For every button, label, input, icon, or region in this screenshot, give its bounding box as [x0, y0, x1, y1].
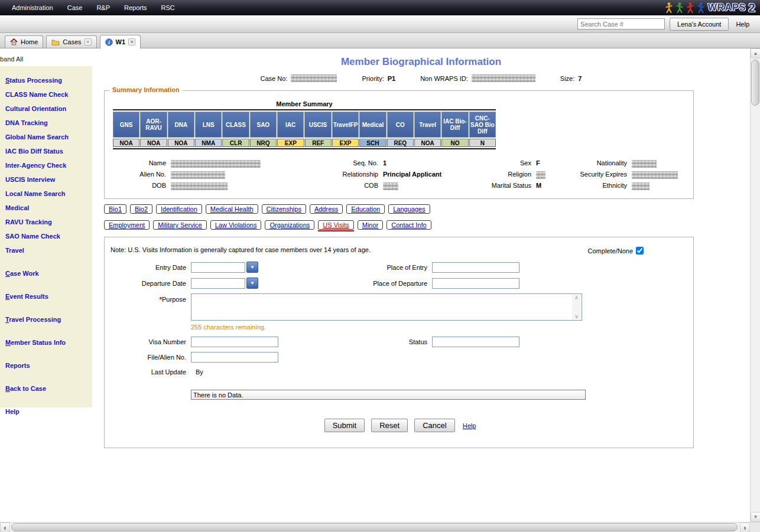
departure-date-calendar-button[interactable]: ▼ [246, 278, 258, 289]
scroll-up-icon[interactable]: ∧ [574, 295, 579, 301]
submit-button[interactable]: Submit [324, 419, 365, 432]
tab-languages[interactable]: Languages [388, 204, 430, 214]
menu-reports[interactable]: Reports [124, 4, 147, 11]
tab-organizations[interactable]: Organizations [265, 220, 314, 230]
sidebar-item-inter-agency-check[interactable]: Inter-Agency Check [5, 158, 90, 172]
sidebar-item-class-name-check[interactable]: CLASS Name Check [5, 87, 90, 102]
sidebar-item-medical[interactable]: Medical [5, 201, 90, 215]
vertical-scrollbar[interactable]: ▲ ▼ [750, 48, 760, 522]
complete-none-checkbox[interactable] [636, 247, 644, 254]
wraps-brand-text: WRAPS [708, 2, 746, 13]
summary-header-aor-ravu: AOR-RAVU [140, 112, 167, 138]
entry-date-label: Entry Date [105, 264, 186, 271]
sidebar-item-uscis-interview[interactable]: USCIS Interview [5, 172, 90, 187]
sidebar-item-case-work[interactable]: Case Work [5, 266, 90, 280]
summary-header-medical: Medical [359, 112, 386, 138]
sidebar-item-travel-processing[interactable]: Travel Processing [5, 312, 90, 327]
reset-button[interactable]: Reset [371, 419, 408, 432]
sidebar-item-sao-name-check[interactable]: SAO Name Check [5, 229, 90, 243]
tab-minor[interactable]: Minor [358, 220, 384, 230]
scrollbar-down-icon[interactable]: ▼ [751, 512, 760, 522]
form-help-link[interactable]: Help [463, 422, 476, 429]
sidebar-item-local-name-search[interactable]: Local Name Search [5, 187, 90, 201]
sidebar-item-event-results[interactable]: Event Results [5, 289, 90, 303]
file-alien-row: File/Alien No. [105, 352, 693, 363]
status-dna: NOA [168, 139, 194, 147]
vertical-scrollbar-thumb[interactable] [751, 60, 759, 106]
summary-header-iac: IAC [277, 112, 304, 138]
purpose-textarea[interactable] [191, 293, 582, 321]
menu-rp[interactable]: R&P [96, 4, 110, 11]
status-input[interactable] [432, 337, 519, 347]
home-icon [10, 38, 18, 45]
tab-contact-info[interactable]: Contact Info [387, 220, 431, 230]
tab-us-visits[interactable]: US Visits [318, 220, 353, 230]
place-of-departure-input[interactable] [432, 278, 519, 289]
status-sao: NRQ [250, 139, 277, 147]
tab-law-violations[interactable]: Law Violations [210, 220, 262, 230]
tab-cases[interactable]: Cases × [46, 35, 96, 48]
tab-citizenships[interactable]: Citizenships [262, 204, 306, 214]
sidebar-item-status-processing[interactable]: Status Processing [5, 73, 90, 87]
place-of-entry-input[interactable] [432, 262, 519, 273]
summary-header-cnc-sao-bio-diff: CNC-SAO Bio Diff [469, 112, 496, 138]
horizontal-scrollbar-thumb[interactable] [11, 523, 738, 531]
menu-rsc[interactable]: RSC [161, 4, 175, 11]
complete-none-label: Complete/None [588, 247, 633, 254]
scroll-down-icon[interactable]: ∨ [574, 314, 579, 319]
sidebar-item-cultural-orientation[interactable]: Cultural Orientation [5, 102, 90, 116]
alien-no-redacted-value [171, 171, 225, 179]
tab-home[interactable]: Home [5, 35, 43, 48]
departure-date-input[interactable] [191, 278, 245, 289]
status-gns: NOA [113, 139, 139, 147]
summary-header-dna: DNA [168, 112, 194, 138]
sidebar-item-back-to-case[interactable]: Back to Case [5, 381, 90, 396]
close-tab-w1-icon[interactable]: × [128, 38, 135, 45]
sidebar-item-help[interactable]: Help [5, 404, 90, 419]
tab-w1[interactable]: i W1 × [100, 35, 141, 48]
sidebar-item-iac-bio-diff-status[interactable]: IAC Bio Diff Status [5, 144, 90, 158]
menu-case[interactable]: Case [67, 4, 83, 11]
scrollbar-right-icon[interactable]: › [740, 523, 750, 532]
scrollbar-left-icon[interactable]: ‹ [0, 523, 10, 532]
member-summary-table: Member Summary GNS AOR-RAVU DNA LNS CLAS… [113, 100, 496, 149]
help-menu[interactable]: Help [736, 21, 749, 28]
tab-bio1[interactable]: Bio1 [104, 204, 126, 214]
entry-date-input[interactable] [191, 262, 245, 273]
wraps-logo: WRAPS 2 [664, 1, 755, 15]
menu-administration[interactable]: Administration [12, 4, 53, 11]
tab-address[interactable]: Address [310, 204, 343, 214]
summary-header-lns: LNS [195, 112, 222, 138]
search-case-input[interactable] [577, 18, 665, 30]
sidebar-item-reports[interactable]: Reports [5, 358, 90, 373]
tab-medical-health[interactable]: Medical Health [206, 204, 258, 214]
sidebar-item-dna-tracking[interactable]: DNA Tracking [5, 116, 90, 130]
scrollbar-up-icon[interactable]: ▲ [751, 48, 760, 58]
entry-date-calendar-button[interactable]: ▼ [246, 262, 258, 273]
sidebar-item-member-status-info[interactable]: Member Status Info [5, 335, 90, 350]
close-tab-cases-icon[interactable]: × [85, 38, 92, 45]
place-of-entry-label: Place of Entry [258, 264, 427, 271]
tab-military-service[interactable]: Military Service [153, 220, 207, 230]
tab-employment[interactable]: Employment [104, 220, 150, 230]
entry-date-row: Entry Date ▼ Place of Entry [105, 262, 693, 273]
cancel-button[interactable]: Cancel [414, 419, 454, 432]
cob-redacted-value [383, 182, 398, 190]
sidebar-item-travel[interactable]: Travel [5, 243, 90, 257]
tab-identification[interactable]: Identification [156, 204, 202, 214]
expand-all-link[interactable]: band All [0, 56, 23, 63]
window-tabbar: Home Cases × i W1 × [0, 33, 760, 48]
tab-w1-label: W1 [116, 38, 126, 45]
purpose-scrollbar[interactable]: ∧∨ [572, 295, 581, 319]
file-alien-input[interactable] [191, 352, 278, 363]
summary-header-uscis: USCIS [304, 112, 331, 138]
member-summary-status-row: NOA NOA NOA NMA CLR NRQ EXP REF EXP SCH … [113, 139, 496, 147]
tab-education[interactable]: Education [346, 204, 385, 214]
visa-number-input[interactable] [191, 337, 278, 347]
sidebar-item-ravu-tracking[interactable]: RAVU Tracking [5, 215, 90, 229]
account-button[interactable]: Lena's Account [670, 18, 729, 31]
sidebar-item-global-name-search[interactable]: Global Name Search [5, 130, 90, 144]
horizontal-scrollbar[interactable]: ‹ › [0, 522, 760, 532]
tab-bio2[interactable]: Bio2 [130, 204, 152, 214]
chars-remaining-text: 255 characters remaining. [191, 324, 693, 331]
